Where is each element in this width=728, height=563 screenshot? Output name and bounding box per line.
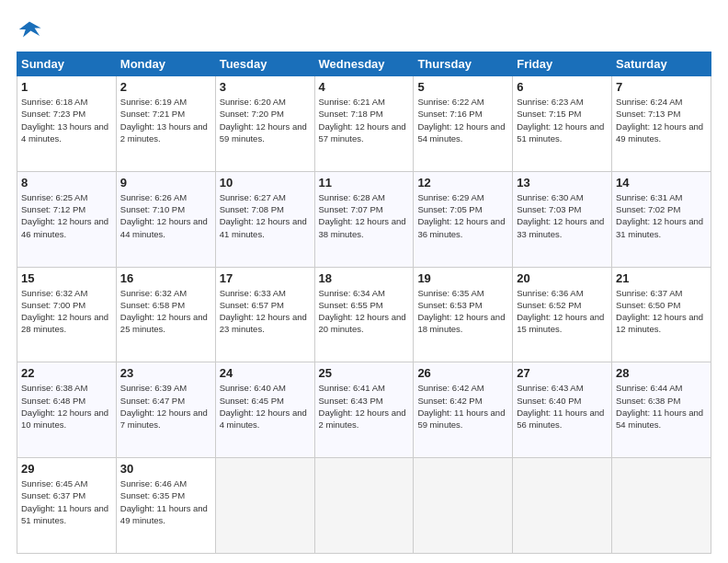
- calendar-header-friday: Friday: [513, 52, 612, 76]
- calendar-header-saturday: Saturday: [612, 52, 711, 76]
- day-info: Sunrise: 6:28 AMSunset: 7:07 PMDaylight:…: [319, 192, 406, 239]
- calendar-cell: 11 Sunrise: 6:28 AMSunset: 7:07 PMDaylig…: [314, 171, 414, 267]
- day-info: Sunrise: 6:38 AMSunset: 6:48 PMDaylight:…: [21, 383, 108, 430]
- day-number: 25: [319, 366, 410, 380]
- day-number: 19: [417, 271, 508, 285]
- calendar-cell: 7 Sunrise: 6:24 AMSunset: 7:13 PMDayligh…: [612, 76, 711, 172]
- day-number: 22: [21, 366, 112, 380]
- calendar-header-thursday: Thursday: [414, 52, 513, 76]
- calendar-cell: 8 Sunrise: 6:25 AMSunset: 7:12 PMDayligh…: [17, 171, 117, 267]
- day-number: 11: [319, 176, 410, 190]
- day-number: 26: [417, 366, 508, 380]
- day-number: 17: [220, 271, 311, 285]
- day-number: 21: [616, 271, 707, 285]
- calendar-cell: 18 Sunrise: 6:34 AMSunset: 6:55 PMDaylig…: [314, 267, 414, 362]
- calendar-cell: 9 Sunrise: 6:26 AMSunset: 7:10 PMDayligh…: [116, 171, 215, 267]
- day-number: 23: [120, 366, 211, 380]
- calendar-cell: 26 Sunrise: 6:42 AMSunset: 6:42 PMDaylig…: [414, 362, 513, 458]
- day-number: 9: [120, 176, 211, 190]
- calendar-cell: 24 Sunrise: 6:40 AMSunset: 6:45 PMDaylig…: [215, 362, 314, 458]
- day-info: Sunrise: 6:19 AMSunset: 7:21 PMDaylight:…: [120, 97, 208, 144]
- day-info: Sunrise: 6:36 AMSunset: 6:52 PMDaylight:…: [517, 288, 604, 335]
- calendar-cell: 25 Sunrise: 6:41 AMSunset: 6:43 PMDaylig…: [314, 362, 414, 458]
- calendar-cell: 20 Sunrise: 6:36 AMSunset: 6:52 PMDaylig…: [513, 267, 612, 362]
- calendar-cell: 30 Sunrise: 6:46 AMSunset: 6:35 PMDaylig…: [116, 458, 215, 554]
- day-number: 10: [220, 176, 311, 190]
- day-info: Sunrise: 6:29 AMSunset: 7:05 PMDaylight:…: [417, 192, 505, 239]
- day-info: Sunrise: 6:35 AMSunset: 6:53 PMDaylight:…: [417, 288, 505, 335]
- day-info: Sunrise: 6:34 AMSunset: 6:55 PMDaylight:…: [319, 288, 406, 335]
- calendar-cell: 3 Sunrise: 6:20 AMSunset: 7:20 PMDayligh…: [215, 76, 314, 172]
- logo-icon: [17, 17, 42, 42]
- day-info: Sunrise: 6:22 AMSunset: 7:16 PMDaylight:…: [417, 97, 505, 144]
- day-info: Sunrise: 6:40 AMSunset: 6:45 PMDaylight:…: [220, 383, 307, 430]
- calendar-week-2: 8 Sunrise: 6:25 AMSunset: 7:12 PMDayligh…: [17, 171, 711, 267]
- day-number: 28: [616, 366, 707, 380]
- calendar-cell: 13 Sunrise: 6:30 AMSunset: 7:03 PMDaylig…: [513, 171, 612, 267]
- calendar-cell: 21 Sunrise: 6:37 AMSunset: 6:50 PMDaylig…: [612, 267, 711, 362]
- day-number: 12: [417, 176, 508, 190]
- header: [17, 17, 711, 42]
- calendar-cell: 12 Sunrise: 6:29 AMSunset: 7:05 PMDaylig…: [414, 171, 513, 267]
- calendar-cell: [414, 458, 513, 554]
- calendar-week-4: 22 Sunrise: 6:38 AMSunset: 6:48 PMDaylig…: [17, 362, 711, 458]
- calendar-cell: 29 Sunrise: 6:45 AMSunset: 6:37 PMDaylig…: [17, 458, 117, 554]
- day-info: Sunrise: 6:45 AMSunset: 6:37 PMDaylight:…: [21, 478, 108, 525]
- calendar-cell: 28 Sunrise: 6:44 AMSunset: 6:38 PMDaylig…: [612, 362, 711, 458]
- day-number: 30: [120, 462, 211, 476]
- calendar-cell: 14 Sunrise: 6:31 AMSunset: 7:02 PMDaylig…: [612, 171, 711, 267]
- day-number: 29: [21, 462, 112, 476]
- calendar-cell: 15 Sunrise: 6:32 AMSunset: 7:00 PMDaylig…: [17, 267, 117, 362]
- day-number: 8: [21, 176, 112, 190]
- day-info: Sunrise: 6:25 AMSunset: 7:12 PMDaylight:…: [21, 192, 108, 239]
- day-info: Sunrise: 6:21 AMSunset: 7:18 PMDaylight:…: [319, 97, 406, 144]
- calendar-cell: 5 Sunrise: 6:22 AMSunset: 7:16 PMDayligh…: [414, 76, 513, 172]
- day-info: Sunrise: 6:33 AMSunset: 6:57 PMDaylight:…: [220, 288, 307, 335]
- day-info: Sunrise: 6:42 AMSunset: 6:42 PMDaylight:…: [417, 383, 505, 430]
- day-info: Sunrise: 6:30 AMSunset: 7:03 PMDaylight:…: [517, 192, 604, 239]
- calendar-cell: 22 Sunrise: 6:38 AMSunset: 6:48 PMDaylig…: [17, 362, 117, 458]
- calendar-cell: [513, 458, 612, 554]
- day-number: 4: [319, 80, 410, 94]
- day-info: Sunrise: 6:43 AMSunset: 6:40 PMDaylight:…: [517, 383, 604, 430]
- day-info: Sunrise: 6:31 AMSunset: 7:02 PMDaylight:…: [616, 192, 703, 239]
- calendar-cell: [215, 458, 314, 554]
- page: SundayMondayTuesdayWednesdayThursdayFrid…: [0, 0, 728, 563]
- day-number: 1: [21, 80, 112, 94]
- svg-marker-0: [19, 22, 41, 38]
- day-number: 20: [517, 271, 608, 285]
- calendar-header-row: SundayMondayTuesdayWednesdayThursdayFrid…: [17, 52, 711, 76]
- day-info: Sunrise: 6:41 AMSunset: 6:43 PMDaylight:…: [319, 383, 406, 430]
- calendar-header-tuesday: Tuesday: [215, 52, 314, 76]
- day-info: Sunrise: 6:27 AMSunset: 7:08 PMDaylight:…: [220, 192, 307, 239]
- calendar-cell: 19 Sunrise: 6:35 AMSunset: 6:53 PMDaylig…: [414, 267, 513, 362]
- day-number: 24: [220, 366, 311, 380]
- day-number: 7: [616, 80, 707, 94]
- calendar-cell: 27 Sunrise: 6:43 AMSunset: 6:40 PMDaylig…: [513, 362, 612, 458]
- day-info: Sunrise: 6:23 AMSunset: 7:15 PMDaylight:…: [517, 97, 604, 144]
- day-number: 5: [417, 80, 508, 94]
- calendar-cell: 1 Sunrise: 6:18 AMSunset: 7:23 PMDayligh…: [17, 76, 117, 172]
- day-info: Sunrise: 6:46 AMSunset: 6:35 PMDaylight:…: [120, 478, 208, 525]
- day-info: Sunrise: 6:37 AMSunset: 6:50 PMDaylight:…: [616, 288, 703, 335]
- day-info: Sunrise: 6:32 AMSunset: 7:00 PMDaylight:…: [21, 288, 108, 335]
- calendar-header-monday: Monday: [116, 52, 215, 76]
- calendar-week-1: 1 Sunrise: 6:18 AMSunset: 7:23 PMDayligh…: [17, 76, 711, 172]
- calendar-cell: 10 Sunrise: 6:27 AMSunset: 7:08 PMDaylig…: [215, 171, 314, 267]
- day-info: Sunrise: 6:26 AMSunset: 7:10 PMDaylight:…: [120, 192, 208, 239]
- day-info: Sunrise: 6:32 AMSunset: 6:58 PMDaylight:…: [120, 288, 208, 335]
- calendar-cell: [314, 458, 414, 554]
- day-info: Sunrise: 6:20 AMSunset: 7:20 PMDaylight:…: [220, 97, 307, 144]
- calendar-cell: 6 Sunrise: 6:23 AMSunset: 7:15 PMDayligh…: [513, 76, 612, 172]
- calendar-header-sunday: Sunday: [17, 52, 117, 76]
- day-number: 16: [120, 271, 211, 285]
- day-number: 6: [517, 80, 608, 94]
- calendar-week-3: 15 Sunrise: 6:32 AMSunset: 7:00 PMDaylig…: [17, 267, 711, 362]
- calendar-cell: 2 Sunrise: 6:19 AMSunset: 7:21 PMDayligh…: [116, 76, 215, 172]
- day-info: Sunrise: 6:39 AMSunset: 6:47 PMDaylight:…: [120, 383, 208, 430]
- day-number: 18: [319, 271, 410, 285]
- day-number: 13: [517, 176, 608, 190]
- day-info: Sunrise: 6:44 AMSunset: 6:38 PMDaylight:…: [616, 383, 703, 430]
- day-info: Sunrise: 6:24 AMSunset: 7:13 PMDaylight:…: [616, 97, 703, 144]
- day-info: Sunrise: 6:18 AMSunset: 7:23 PMDaylight:…: [21, 97, 108, 144]
